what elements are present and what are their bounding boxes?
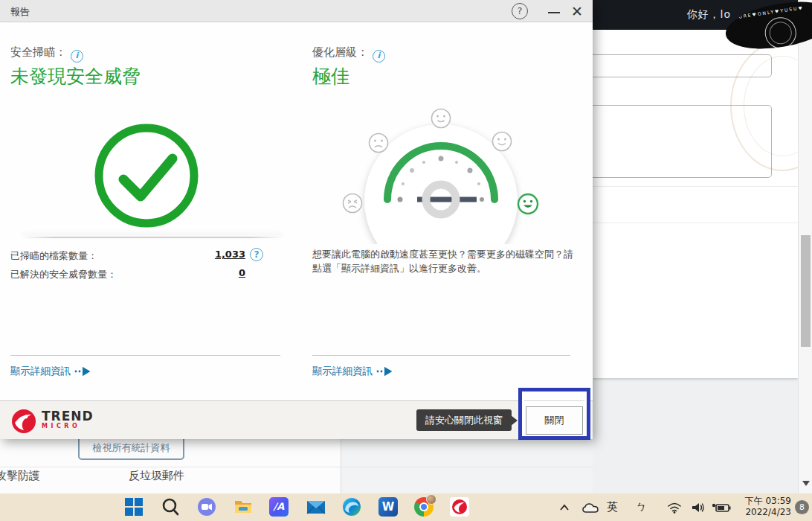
show-details-link-right[interactable]: 顯示詳細資訊: [312, 365, 394, 378]
windows-icon: [124, 497, 144, 517]
titlebar-close-button[interactable]: ✕: [567, 1, 587, 21]
tooltip-text: 請安心關閉此視窗: [425, 415, 503, 426]
cloud-icon: [581, 502, 599, 514]
trend-micro-ball-icon: [10, 408, 37, 435]
file-explorer-button[interactable]: [233, 497, 253, 517]
mail-icon: [306, 497, 326, 517]
security-scan-heading: 安全掃瞄：i: [10, 45, 83, 63]
tray-clock[interactable]: 下午 03:59 2022/4/23: [738, 496, 791, 518]
chat-icon: [197, 497, 216, 517]
divider: [22, 237, 283, 238]
folder-icon: [233, 497, 253, 517]
word-icon: W: [378, 497, 398, 517]
scanned-files-value[interactable]: 1,033: [182, 249, 245, 260]
show-details-link-left[interactable]: 顯示詳細資訊: [10, 365, 92, 378]
screen: 你好，lo ♥SURE♥ONLY♥YUSU♥: [0, 0, 812, 521]
brand-name-top: TREND: [42, 409, 94, 423]
dialog-footer: TREND MICRO 請安心關閉此視窗: [0, 400, 593, 439]
greeting-text: 你好，lo: [687, 8, 731, 22]
tray-time: 下午 03:59: [738, 496, 791, 507]
report-dialog: 報告 ? ✕ 安全掃瞄：i 未發現安全威脅 已掃瞄的檔案數量： 1,033 ? …: [0, 0, 593, 439]
ime-english-label: 英: [607, 500, 618, 514]
background-divider: [593, 223, 798, 223]
app-a-button[interactable]: /A: [269, 497, 289, 517]
info-icon[interactable]: i: [71, 50, 83, 63]
stat-help-icon[interactable]: ?: [250, 248, 263, 261]
edge-icon: [342, 497, 361, 517]
divider: [524, 400, 584, 401]
start-button[interactable]: [124, 497, 144, 517]
neutral-smile-face-icon: [431, 108, 451, 129]
excellent-face-icon: [517, 193, 539, 215]
tooltip-arrow: [511, 415, 518, 426]
minimize-icon: [548, 12, 560, 13]
chevron-up-icon: [559, 504, 570, 511]
onedrive-tray-button[interactable]: [581, 493, 599, 521]
security-scan-status: 未發現安全威脅: [10, 64, 141, 89]
wifi-tray-button[interactable]: [667, 493, 682, 521]
close-tooltip: 請安心關閉此視窗: [416, 409, 512, 431]
panel-divider: [0, 467, 593, 467]
dialog-title: 報告: [10, 5, 30, 19]
trend-micro-icon: [450, 497, 469, 517]
security-scan-label: 安全掃瞄：: [10, 45, 66, 59]
taskbar: /A W: [0, 493, 812, 521]
chrome-profile-avatar: [426, 494, 436, 505]
trend-micro-wordmark: TREND MICRO: [42, 409, 94, 429]
scrollbar[interactable]: [798, 0, 812, 493]
battery-icon: [712, 502, 731, 514]
tray-chevron-button[interactable]: [559, 493, 570, 521]
optimization-description: 想要讓此電腦的啟動速度甚至更快？需要更多的磁碟空間？請點選「顯示詳細資訊」以進行…: [312, 247, 580, 275]
info-icon[interactable]: i: [373, 50, 385, 63]
ime-english-indicator[interactable]: 英: [607, 493, 618, 521]
speaker-icon: [691, 502, 706, 514]
scroll-down-icon[interactable]: [802, 481, 810, 486]
dotted-arrow-icon: [74, 367, 92, 376]
section-label-antispam: 反垃圾郵件: [129, 469, 184, 483]
chrome-icon: [414, 497, 434, 517]
resolved-threats-value[interactable]: 0: [182, 267, 245, 278]
volume-tray-button[interactable]: [691, 493, 706, 521]
resolved-threats-label: 已解決的安全威脅數量：: [10, 268, 117, 281]
close-button-highlight: 關閉: [518, 388, 590, 440]
section-label-attack-protection: 攻擊防護: [0, 469, 40, 483]
notification-badge[interactable]: 8: [795, 500, 809, 514]
dotted-arrow-icon: [376, 367, 394, 376]
close-dialog-button[interactable]: 關閉: [526, 406, 583, 435]
divider: [10, 355, 280, 356]
search-button[interactable]: [161, 497, 180, 517]
ime-bopomofo-label: ㄅ: [636, 500, 647, 514]
optimization-level-status: 極佳: [312, 64, 349, 89]
checkmark-icon: [91, 121, 202, 232]
lower-panel: 檢視所有統計資料 攻擊防護 反垃圾郵件: [0, 439, 593, 493]
trend-micro-button[interactable]: [450, 497, 469, 517]
ime-bopomofo-indicator[interactable]: ㄅ: [636, 493, 647, 521]
show-details-label: 顯示詳細資訊: [10, 365, 71, 377]
wifi-icon: [667, 502, 682, 514]
optimization-level-label: 優化層級：: [312, 45, 368, 59]
optimization-level-heading: 優化層級：i: [312, 45, 385, 63]
tray-date: 2022/4/23: [738, 507, 791, 518]
edge-button[interactable]: [342, 497, 361, 517]
background-divider: [593, 186, 798, 187]
help-button[interactable]: ?: [512, 3, 528, 19]
brand-name-bottom: MICRO: [42, 423, 94, 429]
battery-tray-button[interactable]: [712, 493, 731, 521]
sad-face-icon: [368, 132, 389, 153]
chat-button[interactable]: [197, 497, 216, 517]
mail-button[interactable]: [306, 497, 326, 517]
word-button[interactable]: W: [378, 497, 398, 517]
minimize-button[interactable]: [545, 2, 563, 20]
scanned-files-label: 已掃瞄的檔案數量：: [10, 249, 97, 263]
angry-face-icon: [342, 193, 363, 214]
dialog-titlebar[interactable]: 報告 ? ✕: [0, 0, 593, 22]
scrollbar-thumb[interactable]: [801, 235, 811, 347]
chrome-button[interactable]: [414, 497, 434, 517]
search-icon: [161, 497, 180, 517]
show-details-label: 顯示詳細資訊: [312, 365, 373, 377]
app-a-icon: /A: [269, 497, 289, 517]
happy-face-icon: [492, 131, 512, 152]
divider: [312, 355, 570, 356]
